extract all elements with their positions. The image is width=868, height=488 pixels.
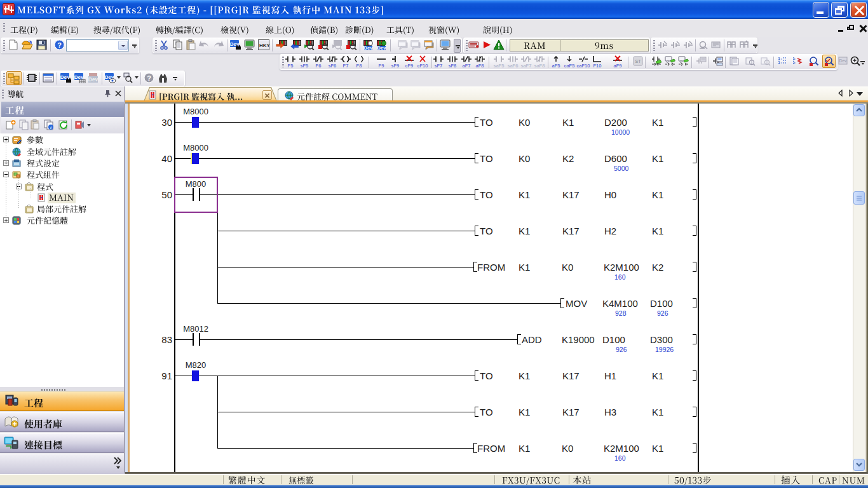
svg-text:i: i	[50, 125, 51, 130]
svg-text:Dev: Dev	[88, 76, 98, 83]
svg-text:Dev: Dev	[377, 45, 387, 50]
svg-text:Dev: Dev	[230, 41, 240, 47]
svg-text:Dev: Dev	[839, 58, 847, 63]
svg-text:Dev: Dev	[74, 74, 84, 80]
svg-text:?: ?	[57, 41, 62, 49]
svg-text:?: ?	[147, 74, 151, 82]
svg-text:Dev: Dev	[364, 45, 374, 50]
svg-text:Dev: Dev	[60, 74, 70, 80]
svg-text:ST: ST	[635, 59, 642, 64]
